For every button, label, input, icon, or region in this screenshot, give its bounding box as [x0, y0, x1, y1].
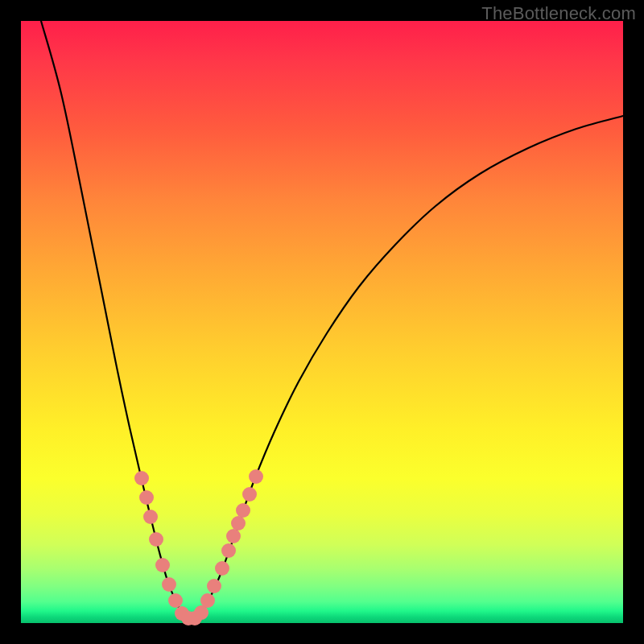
beads-group	[134, 469, 263, 625]
bead-marker	[155, 558, 170, 572]
chart-svg	[21, 21, 623, 623]
bead-marker	[226, 529, 241, 543]
bead-marker	[249, 469, 263, 484]
bead-marker	[215, 561, 229, 576]
bead-marker	[162, 577, 176, 592]
bead-marker	[134, 471, 149, 485]
bead-marker	[221, 543, 236, 558]
bead-marker	[168, 593, 183, 608]
bead-marker	[231, 516, 246, 530]
bead-marker	[143, 510, 158, 524]
chart-frame	[21, 21, 623, 623]
bead-marker	[242, 487, 257, 502]
bead-marker	[149, 532, 163, 547]
bead-marker	[139, 490, 154, 505]
bead-marker	[236, 503, 250, 518]
bead-marker	[200, 593, 215, 608]
bead-marker	[207, 579, 221, 593]
bottleneck-curve	[41, 21, 623, 619]
